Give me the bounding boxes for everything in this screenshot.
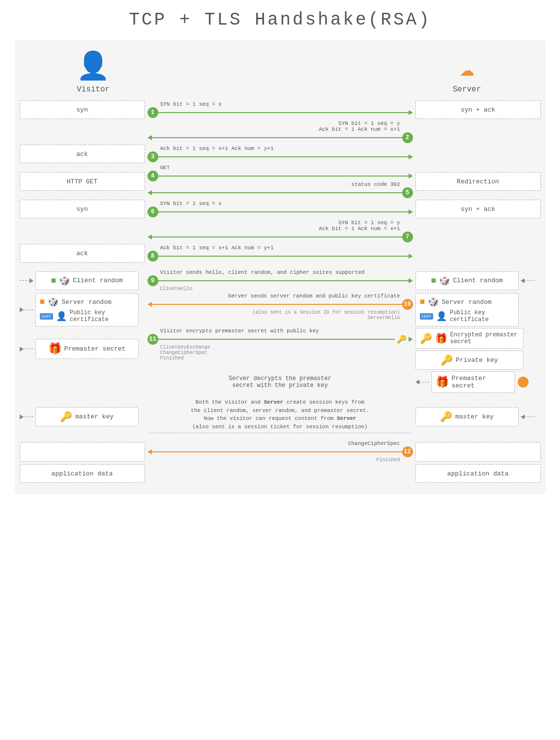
arrow5-label: status code 302	[147, 181, 400, 187]
left-syn2: syn	[20, 200, 145, 218]
arrow11-sub2: ChangeCipherSpec	[160, 350, 413, 355]
mid-client-random: Visitor sends hello, client random, and …	[145, 269, 415, 292]
box-app-data-right: application data	[415, 464, 541, 483]
row-syn2: syn SYN bit = 1 seq = x 6 syn + ack	[20, 200, 541, 218]
arrow5: 5	[147, 187, 413, 198]
pubkey-cert-left-row: CERT 👤 Public key certificate	[40, 309, 134, 323]
tip9	[409, 278, 413, 283]
num3: 3	[147, 151, 158, 162]
pubkey-cert-right-row: CERT 👤 Public key certificate	[420, 309, 514, 323]
server-actor: ☁ Server	[408, 53, 526, 94]
outer-left-master	[20, 414, 33, 419]
box-enc-premaster: 🔑 🎁 Encrypted premaster secret	[415, 328, 524, 349]
visitor-label: Visitor	[77, 85, 110, 94]
box-redirection: Redirection	[415, 172, 541, 191]
box-httpget: HTTP GET	[20, 172, 145, 191]
left-empty-a7	[20, 222, 145, 240]
box-syn2: syn	[20, 200, 145, 218]
mid-ack2: Ack bit = 1 seq = x+1 Ack num = y+1 8	[145, 245, 415, 262]
mid-premaster: Visitor encrypts premaster secret with p…	[145, 328, 415, 370]
box-client-random-left: ■ 🎲 Client random	[35, 271, 139, 290]
server-decrypt-arrow-in	[415, 380, 429, 385]
server-label: Server	[453, 85, 481, 94]
tip6	[409, 209, 413, 214]
arrow1: 1	[147, 107, 413, 118]
mid-arrow7: SYN bit = 1 seq = y Ack bit = 1 Ack num …	[145, 220, 415, 242]
right-premaster: 🔑 🎁 Encrypted premaster secret 🔑 Private…	[415, 328, 541, 370]
arrow10-label: Server sends server random and public ke…	[147, 293, 400, 299]
num1: 1	[147, 107, 158, 118]
right-client-random: ■ 🎲 Client random	[415, 269, 541, 292]
client-random-right-label: Client random	[453, 277, 502, 284]
arrow10-sub: (also sent is a session ID for session r…	[147, 310, 400, 315]
line1	[158, 112, 409, 113]
server-icon: ☁	[459, 53, 474, 83]
dashed-mid-line	[150, 433, 411, 433]
right-empty12	[415, 442, 541, 462]
orange-square-icon: ■	[40, 297, 45, 307]
key-icon-priv: 🔑	[441, 354, 453, 366]
row-ack2: ack Ack bit = 1 seq = x+1 Ack num = y+1 …	[20, 244, 541, 263]
left-client-random: ■ 🎲 Client random	[20, 269, 145, 292]
left-server-random: ■ 🎲 Server random CERT 👤 Public key cert…	[20, 293, 145, 326]
left-empty-a2	[20, 122, 145, 141]
premaster-left-label: Premaster secret	[64, 345, 126, 353]
box-app-data-left: application data	[20, 464, 145, 483]
box-syn-ack2: syn + ack	[415, 200, 541, 218]
row-arrow12: ChangeCipherSpec 12 Finished	[20, 441, 541, 463]
num4: 4	[147, 171, 158, 181]
line2	[152, 137, 402, 138]
row-arrow7: SYN bit = 1 seq = y Ack bit = 1 Ack num …	[20, 220, 541, 242]
box-server-random-left: ■ 🎲 Server random CERT 👤 Public key cert…	[35, 293, 139, 326]
arrow11-sub3: Finished	[160, 355, 413, 361]
right-httpget: Redirection	[415, 172, 541, 191]
server-random-left-label: Server random	[61, 298, 111, 306]
private-key-label: Private key	[456, 356, 498, 364]
arrow4-label: GET	[160, 165, 413, 171]
line11	[158, 339, 395, 340]
line7	[152, 237, 402, 237]
line8	[158, 256, 409, 257]
master-key-right-label: master key	[455, 413, 494, 420]
tip1	[409, 110, 413, 115]
row-syn1: syn SYN bit = 1 seq = x 1 syn + ack	[20, 100, 541, 119]
green-square-icon-r: ■	[431, 276, 436, 286]
arrow12-label: ChangeCipherSpec	[147, 441, 400, 446]
pubkey-cert-right-label: Public key certificate	[450, 309, 514, 323]
tip7	[147, 235, 152, 239]
row-client-random: ■ 🎲 Client random Visitor sends hello, c…	[20, 269, 541, 292]
arrow8: 8	[147, 251, 413, 262]
server-decrypt-text: Server decrypts the premaster secret wit…	[147, 375, 413, 389]
key-icon-enc: 🔑	[420, 332, 432, 345]
tip3	[409, 154, 413, 159]
box-syn-ack1: syn + ack	[415, 100, 541, 119]
box-client-random-right: ■ 🎲 Client random	[415, 271, 519, 290]
line10	[152, 304, 402, 305]
line3	[158, 156, 409, 157]
line6	[158, 211, 409, 212]
person-icon-left: 👤	[56, 311, 67, 322]
box-empty-left1	[20, 442, 145, 462]
right-syn1: syn + ack	[415, 100, 541, 119]
client-random-right-content: ■ 🎲 Client random	[431, 275, 502, 286]
right-server-random: ■ 🎲 Server random CERT 👤 Public key cert…	[415, 293, 541, 326]
decrypt-circle	[518, 377, 529, 387]
right-app-data: application data	[415, 464, 541, 483]
arrow7: 7	[147, 232, 413, 242]
box-premaster-left: 🎁 Premaster secret	[35, 339, 139, 359]
visitor-icon: 👤	[76, 50, 110, 83]
tip10	[147, 302, 152, 307]
arrow3-label: Ack bit = 1 seq = x+1 Ack num = y+1	[160, 146, 413, 151]
num6: 6	[147, 207, 158, 217]
master-left-content: 🔑 master key	[60, 411, 114, 423]
left-master-key: 🔑 master key	[20, 407, 145, 426]
row-server-decrypt: Server decrypts the premaster secret wit…	[20, 371, 541, 393]
arrow7-label: SYN bit = 1 seq = y	[147, 220, 400, 226]
num5: 5	[402, 187, 413, 198]
arrow1-label: SYN bit = 1 seq = x	[160, 101, 413, 107]
row-premaster: 🎁 Premaster secret Visitor encrypts prem…	[20, 328, 541, 370]
box-premaster-right: 🎁 Premaster secret	[431, 371, 515, 393]
box-master-left: 🔑 master key	[35, 407, 139, 426]
tip12	[147, 449, 152, 454]
left-ack2: ack	[20, 244, 145, 263]
